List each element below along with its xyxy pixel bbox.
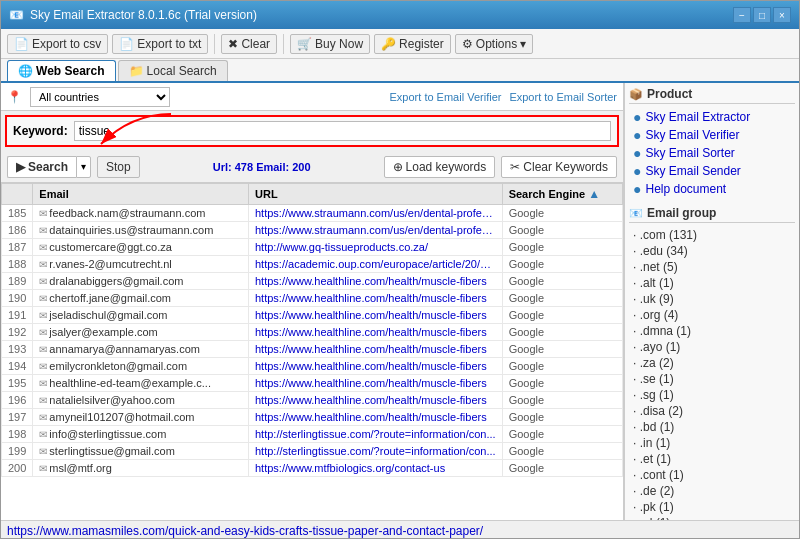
buy-now-button[interactable]: 🛒 Buy Now — [290, 34, 370, 54]
email-group-item[interactable]: · .et (1) — [629, 451, 795, 467]
table-row[interactable]: 188 ✉r.vanes-2@umcutrecht.nl https://aca… — [2, 256, 623, 273]
email-group-item[interactable]: · .pk (1) — [629, 499, 795, 515]
row-num: 190 — [2, 290, 33, 307]
product-item[interactable]: ●Sky Email Sender — [629, 162, 795, 180]
group-label: · .ayo (1) — [633, 340, 680, 354]
table-row[interactable]: 200 ✉msl@mtf.org https://www.mtfbiologic… — [2, 460, 623, 477]
register-button[interactable]: 🔑 Register — [374, 34, 451, 54]
email-group-item[interactable]: · .za (2) — [629, 355, 795, 371]
row-url[interactable]: http://sterlingtissue.com/?route=informa… — [249, 426, 503, 443]
row-url[interactable]: https://www.healthline.com/health/muscle… — [249, 307, 503, 324]
row-url[interactable]: https://www.healthline.com/health/muscle… — [249, 341, 503, 358]
email-group-item[interactable]: · .cont (1) — [629, 467, 795, 483]
email-group-item[interactable]: · .uk (9) — [629, 291, 795, 307]
row-url[interactable]: https://www.healthline.com/health/muscle… — [249, 324, 503, 341]
close-button[interactable]: × — [773, 7, 791, 23]
tab-local-search[interactable]: 📁 Local Search — [118, 60, 228, 81]
row-engine: Google — [502, 375, 622, 392]
table-row[interactable]: 195 ✉healthline-ed-team@example.c... htt… — [2, 375, 623, 392]
row-url[interactable]: https://www.healthline.com/health/muscle… — [249, 273, 503, 290]
email-table: Email URL Search Engine ▲ 185 ✉feedback.… — [1, 183, 623, 477]
product-dot: ● — [633, 164, 641, 178]
clear-icon: ✖ — [228, 37, 238, 51]
email-group-item[interactable]: · .org (4) — [629, 307, 795, 323]
maximize-button[interactable]: □ — [753, 7, 771, 23]
email-group-item[interactable]: · .sg (1) — [629, 387, 795, 403]
table-row[interactable]: 191 ✉jseladischul@gmail.com https://www.… — [2, 307, 623, 324]
row-num: 193 — [2, 341, 33, 358]
table-row[interactable]: 197 ✉amyneil101207@hotmail.com https://w… — [2, 409, 623, 426]
email-group-item[interactable]: · .se (1) — [629, 371, 795, 387]
row-url[interactable]: http://www.gq-tissueproducts.co.za/ — [249, 239, 503, 256]
group-label: · .pk (1) — [633, 500, 674, 514]
email-group-item[interactable]: · .nl (1) — [629, 515, 795, 520]
group-label: · .uk (9) — [633, 292, 674, 306]
row-email: ✉jsalyer@example.com — [33, 324, 249, 341]
row-engine: Google — [502, 409, 622, 426]
row-engine: Google — [502, 239, 622, 256]
clear-button[interactable]: ✖ Clear — [221, 34, 277, 54]
row-num: 198 — [2, 426, 33, 443]
product-item[interactable]: ●Help document — [629, 180, 795, 198]
app-icon: 📧 — [9, 8, 24, 22]
row-url[interactable]: https://academic.oup.com/europace/articl… — [249, 256, 503, 273]
minimize-button[interactable]: − — [733, 7, 751, 23]
keyword-label: Keyword: — [13, 124, 68, 138]
row-url[interactable]: https://www.healthline.com/health/muscle… — [249, 375, 503, 392]
search-dropdown-button[interactable]: ▾ — [76, 156, 91, 178]
email-group-item[interactable]: · .de (2) — [629, 483, 795, 499]
product-item[interactable]: ●Sky Email Extractor — [629, 108, 795, 126]
export-email-sorter-link[interactable]: Export to Email Sorter — [509, 91, 617, 103]
table-row[interactable]: 190 ✉chertoff.jane@gmail.com https://www… — [2, 290, 623, 307]
options-arrow: ▾ — [520, 37, 526, 51]
email-group-item[interactable]: · .net (5) — [629, 259, 795, 275]
product-item[interactable]: ●Sky Email Sorter — [629, 144, 795, 162]
row-url[interactable]: https://www.mtfbiologics.org/contact-us — [249, 460, 503, 477]
product-dot: ● — [633, 146, 641, 160]
email-group-item[interactable]: · .com (131) — [629, 227, 795, 243]
load-keywords-button[interactable]: ⊕ Load keywords — [384, 156, 496, 178]
export-txt-button[interactable]: 📄 Export to txt — [112, 34, 208, 54]
table-row[interactable]: 189 ✉dralanabiggers@gmail.com https://ww… — [2, 273, 623, 290]
email-table-container[interactable]: Email URL Search Engine ▲ 185 ✉feedback.… — [1, 183, 623, 520]
table-row[interactable]: 193 ✉annamarya@annamaryas.com https://ww… — [2, 341, 623, 358]
stop-button[interactable]: Stop — [97, 156, 140, 178]
row-email: ✉amyneil101207@hotmail.com — [33, 409, 249, 426]
row-engine: Google — [502, 273, 622, 290]
row-url[interactable]: https://www.healthline.com/health/muscle… — [249, 358, 503, 375]
keyword-input[interactable] — [74, 121, 611, 141]
table-row[interactable]: 186 ✉datainquiries.us@straumann.com http… — [2, 222, 623, 239]
export-csv-button[interactable]: 📄 Export to csv — [7, 34, 108, 54]
email-group-item[interactable]: · .dmna (1) — [629, 323, 795, 339]
row-url[interactable]: https://www.healthline.com/health/muscle… — [249, 392, 503, 409]
search-button[interactable]: ▶ Search — [7, 156, 76, 178]
email-group-item[interactable]: · .in (1) — [629, 435, 795, 451]
email-group-item[interactable]: · .ayo (1) — [629, 339, 795, 355]
table-row[interactable]: 199 ✉sterlingtissue@gmail.com http://ste… — [2, 443, 623, 460]
email-group-item[interactable]: · .disa (2) — [629, 403, 795, 419]
email-group-item[interactable]: · .alt (1) — [629, 275, 795, 291]
table-row[interactable]: 194 ✉emilycronkleton@gmail.com https://w… — [2, 358, 623, 375]
options-button[interactable]: ⚙ Options ▾ — [455, 34, 533, 54]
table-row[interactable]: 192 ✉jsalyer@example.com https://www.hea… — [2, 324, 623, 341]
table-row[interactable]: 185 ✉feedback.nam@straumann.com https://… — [2, 205, 623, 222]
row-url[interactable]: https://www.healthline.com/health/muscle… — [249, 409, 503, 426]
left-panel: 📍 All countries Export to Email Verifier… — [1, 83, 624, 520]
table-row[interactable]: 198 ✉info@sterlingtissue.com http://ster… — [2, 426, 623, 443]
row-url[interactable]: https://www.straumann.com/us/en/dental-p… — [249, 222, 503, 239]
export-email-verifier-link[interactable]: Export to Email Verifier — [390, 91, 502, 103]
tab-web-search[interactable]: 🌐 Web Search — [7, 60, 116, 81]
table-row[interactable]: 187 ✉customercare@ggt.co.za http://www.g… — [2, 239, 623, 256]
row-url[interactable]: https://www.healthline.com/health/muscle… — [249, 290, 503, 307]
email-group-item[interactable]: · .bd (1) — [629, 419, 795, 435]
country-select[interactable]: All countries — [30, 87, 170, 107]
row-url[interactable]: https://www.straumann.com/us/en/dental-p… — [249, 205, 503, 222]
clear-keywords-button[interactable]: ✂ Clear Keywords — [501, 156, 617, 178]
group-label: · .com (131) — [633, 228, 697, 242]
row-url[interactable]: http://sterlingtissue.com/?route=informa… — [249, 443, 503, 460]
product-item[interactable]: ●Sky Email Verifier — [629, 126, 795, 144]
table-row[interactable]: 196 ✉natalielsilver@yahoo.com https://ww… — [2, 392, 623, 409]
row-engine: Google — [502, 324, 622, 341]
email-group-item[interactable]: · .edu (34) — [629, 243, 795, 259]
options-label: Options — [476, 37, 517, 51]
